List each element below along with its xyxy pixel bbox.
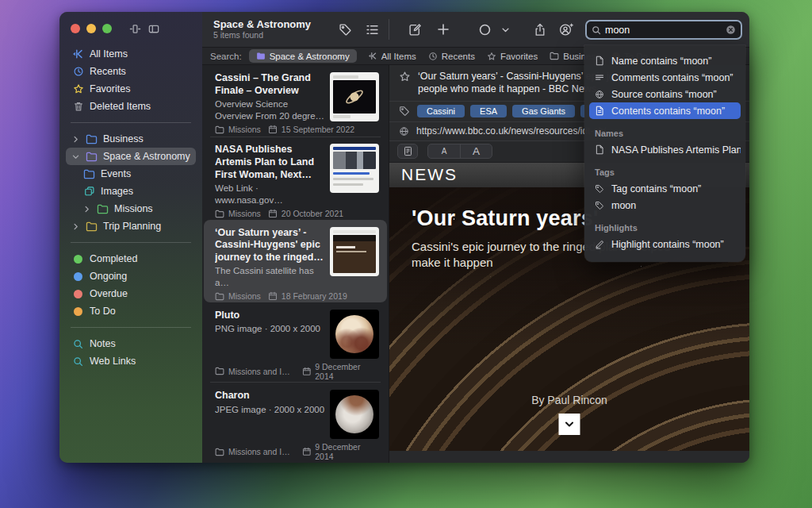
- tag-pill[interactable]: ESA: [470, 105, 507, 117]
- chevron-right-icon[interactable]: [72, 223, 80, 230]
- clock-icon: [428, 52, 438, 61]
- sidebar-item-label: Deleted Items: [90, 101, 151, 112]
- reader-view-button[interactable]: [397, 144, 418, 159]
- sidebar-folder-business[interactable]: Business: [66, 130, 196, 148]
- source-url[interactable]: https://www.bbc.co.uk/news/resources/idt…: [416, 125, 606, 137]
- scope-favorites[interactable]: Favorites: [487, 52, 538, 61]
- chevron-right-icon[interactable]: [72, 136, 80, 143]
- titlebar: [59, 12, 202, 45]
- search-icon: [72, 356, 84, 367]
- sidebar-status-overdue[interactable]: Overdue: [66, 285, 196, 302]
- dropdown-section-names: Names: [595, 129, 735, 138]
- list-item-our-saturn-years[interactable]: ‘Our Saturn years’ - Cassini-Huygens' ep…: [204, 220, 387, 302]
- calendar-icon: [302, 367, 312, 376]
- chevron-down-icon[interactable]: [501, 25, 510, 34]
- list-item-nasa-artemis[interactable]: NASA Publishes Artemis Plan to Land Firs…: [204, 137, 387, 219]
- chevron-right-icon[interactable]: [83, 206, 91, 213]
- sidebar-status-ongoing[interactable]: Ongoing: [66, 267, 196, 285]
- item-title: Pluto: [215, 310, 327, 322]
- search-input[interactable]: [605, 25, 722, 36]
- document-icon: [595, 144, 606, 155]
- scroll-down-button[interactable]: [559, 414, 580, 435]
- suggestion-name-result[interactable]: NASA Publishes Artemis Plan t…: [589, 141, 741, 158]
- stacked-images-icon: [83, 186, 95, 197]
- item-thumbnail: [330, 390, 379, 439]
- compact-window-icon[interactable]: [129, 23, 141, 35]
- suggestion-comments-contains[interactable]: Comments contains “moon”: [589, 69, 741, 86]
- toolbar: Space & Astronomy 5 items found: [202, 12, 749, 48]
- clear-search-icon[interactable]: [726, 25, 736, 35]
- share-icon[interactable]: [534, 23, 546, 37]
- preview-bottom-strip: [389, 451, 749, 463]
- suggestion-name-contains[interactable]: Name contains “moon”: [589, 52, 741, 69]
- sidebar-status-todo[interactable]: To Do: [66, 302, 196, 320]
- sidebar-divider: [71, 242, 191, 243]
- zoom-window-button[interactable]: [102, 24, 112, 33]
- tag-toolbar-icon[interactable]: [339, 23, 352, 37]
- scope-selected-space-astronomy[interactable]: Space & Astronomy: [249, 49, 357, 63]
- sidebar-item-all-items[interactable]: All Items: [66, 45, 196, 63]
- sidebar-status-completed[interactable]: Completed: [66, 250, 196, 267]
- list-item-pluto[interactable]: Pluto PNG image · 2000 x 2000 Missions a…: [204, 302, 387, 383]
- tag-pill[interactable]: Cassini: [417, 105, 465, 117]
- suggestion-label: Contents contains “moon”: [611, 106, 725, 117]
- minimize-window-button[interactable]: [86, 24, 96, 33]
- sidebar-folder-images[interactable]: Images: [77, 183, 196, 200]
- sidebar-saved-search-notes[interactable]: Notes: [66, 335, 196, 352]
- sidebar-divider: [71, 327, 191, 328]
- folder-icon: [97, 204, 109, 214]
- sidebar-folder-space-astronomy[interactable]: Space & Astronomy: [66, 148, 196, 165]
- search-field[interactable]: [585, 20, 742, 40]
- keepit-app-icon: [369, 52, 377, 60]
- favorite-star-icon[interactable]: [399, 71, 411, 83]
- item-thumbnail: [330, 310, 379, 359]
- sidebar-item-label: Missions: [114, 203, 153, 214]
- tag-icon: [595, 184, 606, 194]
- globe-icon: [399, 126, 409, 137]
- tag-pill[interactable]: Gas Giants: [512, 105, 575, 117]
- item-date: 20 October 2021: [282, 209, 343, 218]
- scope-recents[interactable]: Recents: [428, 52, 475, 61]
- chevron-down-icon[interactable]: [72, 153, 80, 160]
- view-options-icon[interactable]: [366, 23, 379, 37]
- calendar-icon: [268, 125, 278, 134]
- orange-status-dot-icon: [74, 307, 82, 316]
- sidebar-item-deleted-items[interactable]: Deleted Items: [66, 98, 196, 115]
- item-collection: Missions: [228, 291, 261, 301]
- suggestion-label: Name contains “moon”: [611, 56, 711, 67]
- folder-icon: [215, 125, 224, 134]
- suggestion-tag-moon[interactable]: moon: [589, 197, 741, 214]
- status-circle-icon[interactable]: [478, 23, 492, 37]
- item-title: Cassini – The Grand Finale – Overview: [215, 72, 327, 97]
- add-item-icon[interactable]: [437, 23, 450, 36]
- trash-icon: [72, 101, 84, 112]
- new-note-icon[interactable]: [408, 23, 422, 37]
- suggestion-contents-contains[interactable]: Contents contains “moon”: [589, 102, 741, 119]
- increase-text-size-button[interactable]: A: [460, 144, 492, 158]
- desktop: All Items Recents Favorites Deleted Item…: [0, 0, 812, 508]
- decrease-text-size-button[interactable]: A: [428, 144, 460, 158]
- toggle-sidebar-icon[interactable]: [147, 23, 160, 35]
- suggestion-tag-contains[interactable]: Tag contains “moon”: [589, 180, 741, 197]
- share-with-people-icon[interactable]: [559, 23, 573, 37]
- sidebar-item-label: To Do: [90, 306, 116, 317]
- sidebar-item-label: All Items: [90, 48, 128, 60]
- list-item-cassini-grand-finale[interactable]: Cassini – The Grand Finale – Overview Ov…: [204, 65, 387, 137]
- page-title: Space & Astronomy: [213, 19, 311, 31]
- suggestion-highlight-contains[interactable]: Highlight contains “moon”: [589, 236, 741, 252]
- sidebar-saved-search-web-links[interactable]: Web Links: [66, 352, 196, 370]
- close-window-button[interactable]: [71, 24, 80, 33]
- sidebar-folder-events[interactable]: Events: [77, 165, 196, 183]
- toolbar-actions: [389, 12, 749, 47]
- suggestion-source-contains[interactable]: Source contains “moon”: [589, 86, 741, 102]
- sidebar-item-recents[interactable]: Recents: [66, 63, 196, 80]
- globe-icon: [595, 90, 606, 99]
- sidebar-item-favorites[interactable]: Favorites: [66, 80, 196, 98]
- scope-all-items[interactable]: All Items: [369, 52, 416, 61]
- items-found-count: 5 items found: [213, 30, 311, 40]
- sidebar-folder-missions[interactable]: Missions: [77, 200, 196, 217]
- item-collection: Missions: [228, 209, 261, 218]
- search-suggestions-dropdown: Name contains “moon” Comments contains “…: [584, 45, 745, 262]
- sidebar-folder-trip-planning[interactable]: Trip Planning: [66, 217, 196, 235]
- list-item-charon[interactable]: Charon JPEG image · 2000 x 2000 Missions…: [204, 383, 387, 463]
